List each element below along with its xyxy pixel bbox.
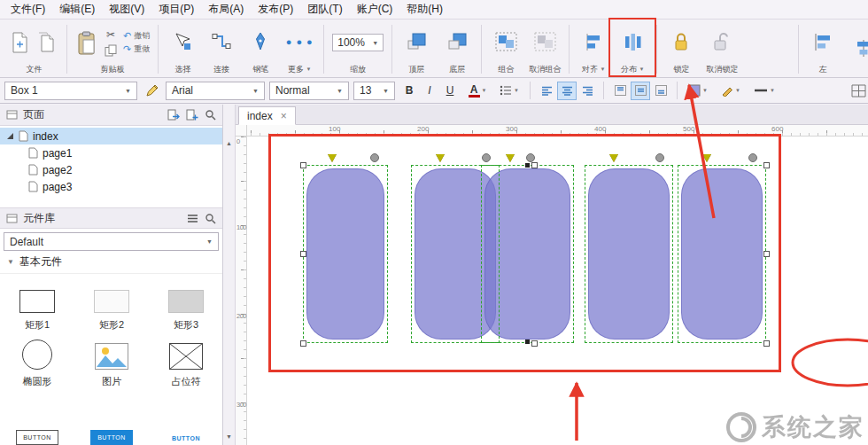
selection-handle-small[interactable] — [525, 340, 530, 344]
widget-rect1[interactable]: 矩形1 — [0, 277, 74, 334]
font-family-select[interactable]: Arial ▼ — [166, 82, 265, 100]
selection-handle[interactable] — [300, 162, 306, 168]
bold-button[interactable]: B — [399, 82, 419, 100]
open-file-button[interactable] — [35, 31, 58, 54]
valign-top-icon — [615, 85, 626, 96]
new-file-button[interactable] — [10, 31, 30, 54]
menu-team[interactable]: 团队(T) — [300, 0, 349, 20]
selection-handle-small[interactable] — [525, 163, 530, 168]
menu-project[interactable]: 项目(P) — [151, 0, 201, 20]
italic-button[interactable]: I — [420, 82, 439, 100]
sidebar-scrollbar[interactable]: ▲ ▼ — [223, 105, 236, 445]
page-tree-item-page1[interactable]: page1 — [0, 144, 222, 161]
align-icon — [585, 33, 602, 51]
selection-handle[interactable] — [763, 340, 770, 347]
selection-handle[interactable] — [763, 251, 770, 257]
search-pages-button[interactable] — [205, 109, 216, 121]
page-tree-item-index[interactable]: index — [0, 128, 222, 144]
selection-handle[interactable] — [531, 162, 538, 168]
redo-button[interactable]: ↷重做 — [123, 43, 150, 55]
font-color-button[interactable]: A ▼ — [464, 82, 491, 100]
copy-button[interactable] — [103, 43, 119, 58]
widget-button-link[interactable]: BUTTON — [149, 391, 223, 445]
underline-button[interactable]: U — [440, 82, 460, 100]
widget-image[interactable]: 图片 — [74, 334, 149, 391]
line-color-button[interactable]: ▼ — [717, 82, 745, 100]
design-canvas[interactable] — [247, 137, 868, 445]
library-menu-button[interactable] — [187, 214, 198, 223]
edit-style-button[interactable] — [142, 82, 161, 100]
close-icon[interactable]: × — [281, 112, 287, 121]
zoom-select[interactable]: 100% ▼ — [332, 34, 384, 51]
lock-button[interactable]: 锁定 — [665, 21, 697, 77]
basic-widgets-section-header[interactable]: ▼ 基本元件 — [0, 251, 222, 274]
widget-rect3[interactable]: 矩形3 — [149, 277, 223, 334]
widget-placeholder[interactable]: 占位符 — [149, 334, 223, 391]
align-left-button[interactable]: 左 — [807, 21, 839, 77]
open-file-icon — [37, 32, 57, 53]
fill-color-button[interactable]: ▼ — [684, 82, 712, 100]
menu-file[interactable]: 文件(F) — [4, 0, 52, 20]
send-to-back-button[interactable]: 底层 — [441, 21, 473, 77]
text-align-right-button[interactable] — [577, 82, 597, 100]
selection-handle[interactable] — [763, 162, 770, 168]
page-tree-item-page3[interactable]: page3 — [0, 178, 222, 195]
expand-caret-icon[interactable] — [7, 133, 13, 139]
library-select[interactable]: Default ▼ — [4, 232, 219, 251]
undo-button[interactable]: ↶撤销 — [123, 30, 150, 42]
bullet-list-button[interactable]: ▼ — [495, 82, 523, 100]
menu-edit[interactable]: 编辑(E) — [52, 0, 102, 20]
text-align-right-icon — [582, 86, 593, 96]
menu-view[interactable]: 视图(V) — [102, 0, 151, 20]
valign-middle-button[interactable] — [631, 82, 650, 100]
menu-help[interactable]: 帮助(H) — [399, 0, 450, 20]
ungroup-button[interactable]: 取消组合 — [529, 21, 561, 77]
widget-button-default[interactable]: BUTTON — [0, 391, 74, 445]
placeholder-widget-icon — [169, 343, 203, 370]
border-pattern-button[interactable] — [846, 82, 868, 100]
widget-rect2[interactable]: 矩形2 — [74, 277, 149, 334]
text-align-left-button[interactable] — [537, 82, 556, 100]
menu-account[interactable]: 账户(C) — [350, 0, 400, 20]
text-align-center-button[interactable] — [557, 82, 577, 100]
selection-handle[interactable] — [300, 340, 306, 347]
paste-button[interactable] — [75, 30, 98, 56]
menu-bar: 文件(F) 编辑(E) 视图(V) 项目(P) 布局(A) 发布(P) 团队(T… — [0, 0, 868, 20]
widget-ellipse[interactable]: 椭圆形 — [0, 334, 74, 391]
valign-top-button[interactable] — [610, 82, 630, 100]
line-width-button[interactable]: ▼ — [749, 82, 779, 100]
ruler-mark: 200 — [236, 312, 246, 320]
widget-button-primary[interactable]: BUTTON — [74, 391, 149, 445]
add-child-page-button[interactable] — [167, 109, 180, 121]
scroll-up-icon[interactable]: ▲ — [226, 140, 232, 146]
tab-index[interactable]: index × — [238, 106, 296, 125]
select-tool-button[interactable]: 选择 — [167, 21, 198, 77]
font-size-select[interactable]: 13 ▼ — [353, 82, 395, 100]
align-button[interactable]: 对齐 ▼ — [577, 21, 609, 77]
unlock-button[interactable]: 取消锁定 — [706, 21, 738, 77]
add-child-page-icon — [167, 109, 180, 121]
undo-label: 撤销 — [134, 30, 150, 42]
selection-handle[interactable] — [300, 251, 306, 257]
selection-handle[interactable] — [531, 340, 538, 347]
menu-layout[interactable]: 布局(A) — [201, 0, 251, 20]
bold-label: B — [406, 84, 414, 97]
align-center-button[interactable] — [848, 21, 868, 77]
page-tree-item-page2[interactable]: page2 — [0, 161, 222, 178]
more-tools-button[interactable]: ● ● ● 更多 ▼ — [283, 21, 315, 77]
scroll-down-icon[interactable]: ▼ — [226, 433, 232, 440]
font-weight-select[interactable]: Normal ▼ — [269, 82, 349, 100]
search-library-button[interactable] — [205, 213, 216, 224]
group-button[interactable]: 组合 — [490, 21, 522, 77]
valign-bottom-button[interactable] — [651, 82, 670, 100]
shape-style-select[interactable]: Box 1 ▼ — [4, 82, 137, 100]
menu-publish[interactable]: 发布(P) — [251, 0, 300, 20]
bring-to-front-button[interactable]: 顶层 — [400, 21, 432, 77]
ungroup-icon — [534, 32, 556, 51]
add-page-button[interactable] — [186, 109, 198, 121]
pen-tool-button[interactable]: 钢笔 — [244, 21, 276, 77]
distribute-button[interactable]: 分布 ▼ — [616, 21, 648, 77]
connect-tool-button[interactable]: 连接 — [205, 21, 237, 77]
undo-icon: ↶ — [123, 30, 131, 42]
cut-button[interactable]: ✂ — [103, 27, 119, 42]
